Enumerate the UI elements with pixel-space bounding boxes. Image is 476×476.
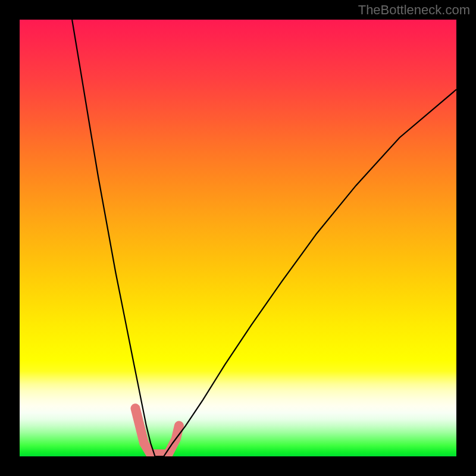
highlight-marker [136, 408, 179, 454]
chart-svg [20, 20, 456, 456]
chart-plot-area [20, 20, 456, 456]
bottleneck-curve [72, 20, 456, 456]
watermark-text: TheBottleneck.com [358, 2, 470, 18]
